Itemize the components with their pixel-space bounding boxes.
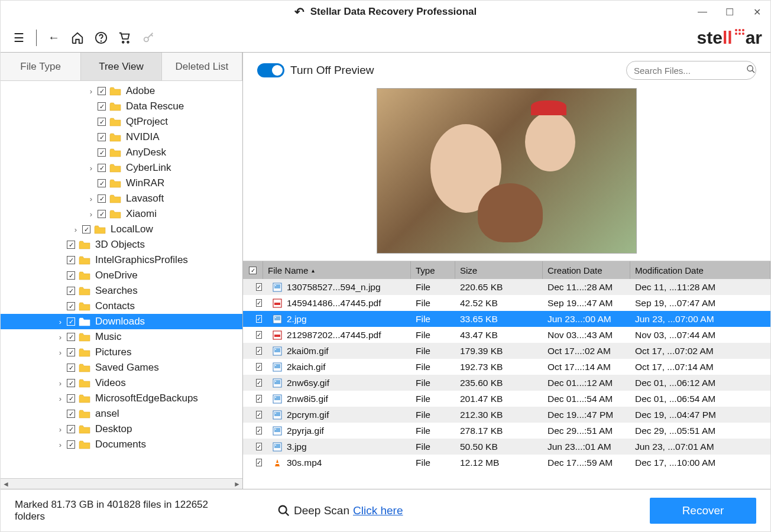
tree-checkbox[interactable]: ✓: [98, 118, 106, 126]
chevron-right-icon[interactable]: ›: [56, 425, 64, 434]
search-field[interactable]: [626, 61, 756, 80]
tree-item[interactable]: ›✓Pictures: [1, 345, 242, 360]
file-checkbox[interactable]: ✓: [256, 395, 262, 403]
file-checkbox[interactable]: ✓: [256, 411, 262, 419]
chevron-right-icon[interactable]: ›: [72, 225, 80, 234]
file-checkbox[interactable]: ✓: [256, 459, 262, 466]
chevron-right-icon[interactable]: ›: [56, 333, 64, 342]
tree-item[interactable]: ›✓Adobe: [1, 83, 242, 99]
tree-checkbox[interactable]: ✓: [98, 164, 106, 172]
file-row[interactable]: ✓2kaich.gifFile192.73 KBOct 17...:14 AMO…: [243, 359, 770, 375]
back-button[interactable]: ←: [44, 28, 64, 48]
tree-checkbox[interactable]: ✓: [67, 333, 75, 341]
tree-checkbox[interactable]: ✓: [98, 179, 106, 187]
chevron-right-icon[interactable]: ›: [56, 317, 64, 326]
tree-checkbox[interactable]: ✓: [67, 379, 75, 387]
tree-item[interactable]: ›✓Documents: [1, 437, 242, 452]
help-button[interactable]: [91, 28, 111, 48]
file-checkbox[interactable]: ✓: [256, 331, 262, 339]
select-all-checkbox[interactable]: ✓: [249, 267, 257, 274]
recover-button[interactable]: Recover: [650, 498, 756, 524]
file-row[interactable]: ✓130758527...594_n.jpgFile220.65 KBDec 1…: [243, 279, 770, 295]
chevron-right-icon[interactable]: ›: [87, 210, 95, 219]
col-size[interactable]: Size: [455, 261, 543, 279]
tree-checkbox[interactable]: ✓: [67, 440, 75, 449]
tab-file-type[interactable]: File Type: [1, 53, 81, 80]
chevron-right-icon[interactable]: ›: [56, 379, 64, 388]
tree-checkbox[interactable]: ✓: [67, 364, 75, 372]
tree-checkbox[interactable]: ✓: [67, 317, 75, 326]
tree-item[interactable]: ›✓Desktop: [1, 421, 242, 437]
file-checkbox[interactable]: ✓: [256, 347, 262, 355]
undo-icon[interactable]: ↶: [294, 5, 304, 19]
chevron-right-icon[interactable]: ›: [56, 440, 64, 449]
tree-item[interactable]: ›✓CyberLink: [1, 160, 242, 176]
tree-checkbox[interactable]: ✓: [67, 241, 75, 249]
file-checkbox[interactable]: ✓: [256, 283, 262, 291]
file-row[interactable]: ✓2pyrja.gifFile278.17 KBDec 29...:51 AMD…: [243, 423, 770, 439]
file-checkbox[interactable]: ✓: [256, 427, 262, 434]
tree-checkbox[interactable]: ✓: [67, 394, 75, 403]
menu-button[interactable]: ☰: [9, 28, 29, 48]
close-button[interactable]: ✕: [743, 1, 770, 23]
tree-checkbox[interactable]: ✓: [98, 102, 106, 111]
folder-tree[interactable]: ›✓Adobe✓Data Rescue✓QtProject✓NVIDIA✓Any…: [1, 81, 242, 478]
chevron-right-icon[interactable]: ›: [87, 194, 95, 203]
search-input[interactable]: [634, 66, 746, 76]
horizontal-scrollbar[interactable]: ◄►: [1, 478, 242, 489]
tree-checkbox[interactable]: ✓: [98, 210, 106, 218]
file-row[interactable]: ✓212987202...47445.pdfFile43.47 KBNov 03…: [243, 327, 770, 343]
file-checkbox[interactable]: ✓: [256, 379, 262, 387]
file-row[interactable]: ✓3.jpgFile50.50 KBJun 23...:01 AMJun 23,…: [243, 439, 770, 455]
file-row[interactable]: ✓30s.mp4File12.12 MBDec 17...:59 AMDec 1…: [243, 455, 770, 471]
chevron-right-icon[interactable]: ›: [56, 394, 64, 403]
col-type[interactable]: Type: [411, 261, 455, 279]
tree-checkbox[interactable]: ✓: [67, 410, 75, 418]
tree-checkbox[interactable]: ✓: [67, 302, 75, 310]
tab-tree-view[interactable]: Tree View: [81, 53, 161, 80]
col-cdate[interactable]: Creation Date: [543, 261, 630, 279]
tree-item[interactable]: ✓AnyDesk: [1, 145, 242, 160]
file-checkbox[interactable]: ✓: [256, 299, 262, 307]
tree-item[interactable]: ›✓Lavasoft: [1, 191, 242, 206]
file-row[interactable]: ✓145941486...47445.pdfFile42.52 KBSep 19…: [243, 295, 770, 311]
tree-item[interactable]: ✓3D Objects: [1, 237, 242, 252]
tree-item[interactable]: ✓Data Rescue: [1, 99, 242, 114]
file-row[interactable]: ✓2nw6sy.gifFile235.60 KBDec 01...:12 AMD…: [243, 375, 770, 391]
tree-item[interactable]: ✓OneDrive: [1, 268, 242, 283]
tree-item[interactable]: ✓ansel: [1, 406, 242, 421]
tree-item[interactable]: ›✓Music: [1, 329, 242, 345]
tree-item[interactable]: ✓QtProject: [1, 114, 242, 129]
tree-item[interactable]: ›✓Videos: [1, 375, 242, 391]
tree-item[interactable]: ✓Saved Games: [1, 360, 242, 375]
tree-checkbox[interactable]: ✓: [98, 148, 106, 157]
tree-checkbox[interactable]: ✓: [98, 87, 106, 95]
tree-checkbox[interactable]: ✓: [67, 271, 75, 280]
preview-toggle[interactable]: [257, 63, 284, 77]
tree-item[interactable]: ›✓Xiaomi: [1, 206, 242, 222]
file-row[interactable]: ✓2.jpgFile33.65 KBJun 23...:00 AMJun 23,…: [243, 311, 770, 327]
file-row[interactable]: ✓2nw8i5.gifFile201.47 KBDec 01...:54 AMD…: [243, 391, 770, 407]
tree-checkbox[interactable]: ✓: [98, 133, 106, 141]
tree-item[interactable]: ✓NVIDIA: [1, 129, 242, 145]
file-checkbox[interactable]: ✓: [256, 363, 262, 371]
file-row[interactable]: ✓2pcrym.gifFile212.30 KBDec 19...:47 PMD…: [243, 407, 770, 423]
file-checkbox[interactable]: ✓: [256, 315, 262, 323]
deep-scan-link[interactable]: Click here: [353, 504, 403, 517]
tree-checkbox[interactable]: ✓: [82, 225, 90, 233]
tab-deleted-list[interactable]: Deleted List: [162, 53, 242, 80]
chevron-right-icon[interactable]: ›: [56, 348, 64, 357]
col-filename[interactable]: File Name▴: [263, 261, 411, 279]
tree-item[interactable]: ›✓Downloads: [1, 314, 242, 329]
tree-checkbox[interactable]: ✓: [67, 348, 75, 356]
tree-item[interactable]: ✓Searches: [1, 283, 242, 299]
file-checkbox[interactable]: ✓: [256, 443, 262, 450]
tree-item[interactable]: ✓IntelGraphicsProfiles: [1, 252, 242, 268]
tree-checkbox[interactable]: ✓: [67, 425, 75, 433]
tree-checkbox[interactable]: ✓: [67, 287, 75, 295]
tree-item[interactable]: ›✓MicrosoftEdgeBackups: [1, 391, 242, 406]
home-button[interactable]: [67, 28, 88, 48]
chevron-right-icon[interactable]: ›: [87, 87, 95, 96]
tree-checkbox[interactable]: ✓: [67, 256, 75, 264]
col-mdate[interactable]: Modification Date: [630, 261, 770, 279]
